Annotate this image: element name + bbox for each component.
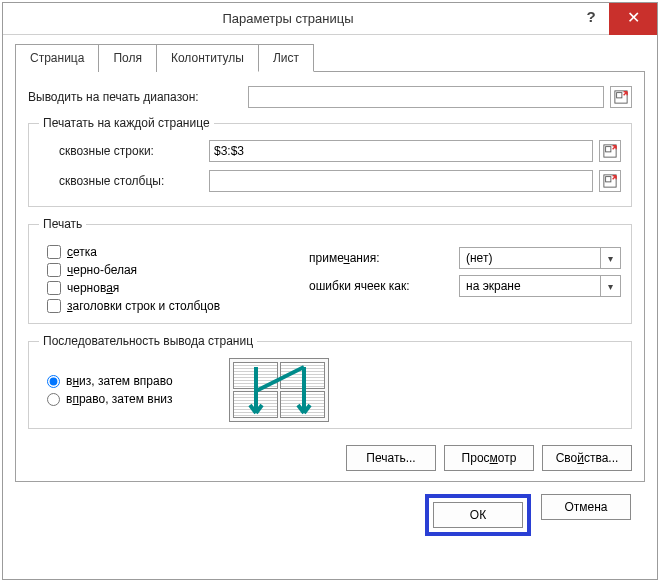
cell-errors-combo[interactable]: на экране ▾ — [459, 275, 621, 297]
tab-margins[interactable]: Поля — [98, 44, 157, 72]
each-page-group: Печатать на каждой странице сквозные стр… — [28, 116, 632, 207]
print-range-ref-button[interactable] — [610, 86, 632, 108]
content-area: Страница Поля Колонтитулы Лист Выводить … — [3, 35, 657, 579]
print-group: Печать сетка черно-белая чер — [28, 217, 632, 324]
rc-headings-checkbox[interactable] — [47, 299, 61, 313]
tab-body: Выводить на печать диапазон: Печатать на… — [15, 71, 645, 482]
svg-rect-3 — [606, 147, 611, 152]
comments-value: (нет) — [460, 251, 600, 265]
range-select-icon — [614, 90, 628, 104]
rows-repeat-row: сквозные строки: — [39, 140, 621, 162]
tab-page[interactable]: Страница — [15, 44, 99, 72]
page-thumb — [233, 391, 278, 418]
page-setup-dialog: Параметры страницы ? ✕ Страница Поля Кол… — [2, 2, 658, 580]
close-button[interactable]: ✕ — [609, 3, 657, 35]
rows-repeat-ref-button[interactable] — [599, 140, 621, 162]
page-order-group: Последовательность вывода страниц вниз, … — [28, 334, 632, 429]
cols-repeat-label: сквозные столбцы: — [59, 174, 209, 188]
tab-sheet[interactable]: Лист — [258, 44, 314, 72]
over-then-down-label: вправо, затем вниз — [66, 392, 173, 406]
comments-combo[interactable]: (нет) ▾ — [459, 247, 621, 269]
range-select-icon — [603, 174, 617, 188]
bw-label: черно-белая — [67, 263, 137, 277]
ok-button[interactable]: ОК — [433, 502, 523, 528]
page-order-legend: Последовательность вывода страниц — [39, 334, 257, 348]
page-thumb — [280, 391, 325, 418]
print-range-label: Выводить на печать диапазон: — [28, 90, 248, 104]
titlebar: Параметры страницы ? ✕ — [3, 3, 657, 35]
chevron-down-icon: ▾ — [600, 276, 620, 296]
rows-repeat-input[interactable] — [209, 140, 593, 162]
rc-headings-label: заголовки строк и столбцов — [67, 299, 220, 313]
gridlines-label: сетка — [67, 245, 97, 259]
range-select-icon — [603, 144, 617, 158]
window-title: Параметры страницы — [3, 11, 573, 26]
print-range-input[interactable] — [248, 86, 604, 108]
draft-checkbox[interactable] — [47, 281, 61, 295]
cols-repeat-row: сквозные столбцы: — [39, 170, 621, 192]
inner-buttons-row: Печать... Просмотр Свойства... — [28, 445, 632, 471]
page-thumb — [233, 362, 278, 389]
cancel-button[interactable]: Отмена — [541, 494, 631, 520]
each-page-legend: Печатать на каждой странице — [39, 116, 214, 130]
options-button[interactable]: Свойства... — [542, 445, 632, 471]
comments-label: примечания: — [309, 251, 459, 265]
bw-checkbox[interactable] — [47, 263, 61, 277]
ok-highlight-box: ОК — [425, 494, 531, 536]
over-then-down-radio[interactable] — [47, 393, 60, 406]
cols-repeat-input[interactable] — [209, 170, 593, 192]
svg-rect-1 — [617, 93, 622, 98]
page-thumb — [280, 362, 325, 389]
dialog-buttons: ОК Отмена — [15, 482, 645, 550]
page-order-preview — [229, 358, 329, 422]
help-button[interactable]: ? — [573, 3, 609, 35]
preview-button[interactable]: Просмотр — [444, 445, 534, 471]
down-then-over-label: вниз, затем вправо — [66, 374, 173, 388]
cell-errors-label: ошибки ячеек как: — [309, 279, 459, 293]
cell-errors-value: на экране — [460, 279, 600, 293]
print-range-row: Выводить на печать диапазон: — [28, 86, 632, 108]
tab-strip: Страница Поля Колонтитулы Лист — [15, 43, 645, 71]
gridlines-checkbox[interactable] — [47, 245, 61, 259]
chevron-down-icon: ▾ — [600, 248, 620, 268]
down-then-over-radio[interactable] — [47, 375, 60, 388]
print-button[interactable]: Печать... — [346, 445, 436, 471]
print-group-legend: Печать — [39, 217, 86, 231]
cols-repeat-ref-button[interactable] — [599, 170, 621, 192]
tab-headers[interactable]: Колонтитулы — [156, 44, 259, 72]
svg-rect-5 — [606, 177, 611, 182]
draft-label: черновая — [67, 281, 119, 295]
rows-repeat-label: сквозные строки: — [59, 144, 209, 158]
